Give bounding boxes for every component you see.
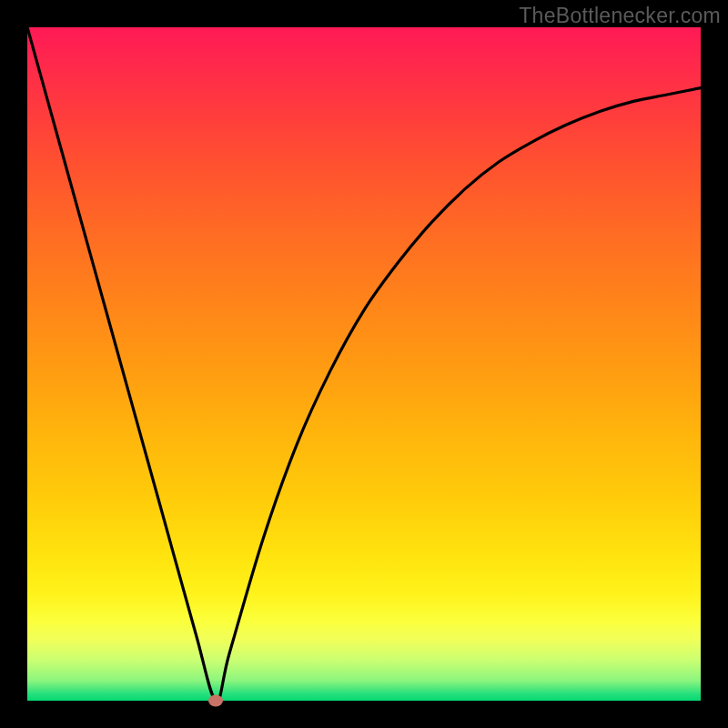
chart-frame: TheBottlenecker.com [0,0,728,728]
bottleneck-curve [27,27,701,701]
plot-area [27,27,701,701]
minimum-marker [208,695,223,707]
attribution-text: TheBottlenecker.com [519,4,721,28]
